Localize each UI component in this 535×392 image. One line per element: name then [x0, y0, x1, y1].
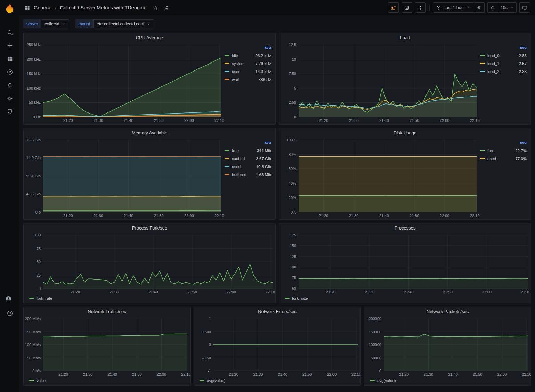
legend-series-name: user [232, 69, 240, 74]
time-range-picker[interactable]: Last 1 hour [433, 2, 474, 13]
variable-value-dropdown[interactable]: etc-collectd-collectd.conf [93, 19, 154, 28]
panel-header[interactable]: Network Errors/sec [194, 307, 360, 316]
y-axis-label: 60% [289, 167, 296, 171]
add-panel-button[interactable] [388, 2, 399, 13]
panel-header[interactable]: CPU Average [24, 33, 275, 42]
legend-series-marker [480, 150, 485, 151]
dashboard-canvas: server collectd mount etc-collectd-colle… [19, 15, 535, 392]
panel-header[interactable]: Disk Usage [279, 128, 531, 137]
legend-row-buffered[interactable]: buffered1.68 Mib [225, 170, 271, 178]
legend-series-avg-value: 14.3 kHz [256, 69, 271, 74]
x-axis-label: 21:50 [443, 290, 453, 294]
plot-area[interactable] [43, 45, 221, 117]
settings-gear-icon [418, 5, 423, 10]
legend-avg-header[interactable]: avg [480, 45, 527, 51]
breadcrumb-separator: / [55, 5, 57, 10]
y-axis-label: 1 [209, 317, 211, 321]
dashboard-title[interactable]: CollectD Server Metrics with TDengine [60, 5, 146, 10]
y-axis-label: 150 kHz [27, 72, 41, 76]
star-icon[interactable] [153, 5, 158, 10]
legend-row-used[interactable]: used10.8 Gib [225, 162, 271, 170]
legend-series-name[interactable]: value [37, 378, 46, 383]
y-axis-label: 100 [290, 265, 296, 269]
plot-area[interactable] [43, 235, 273, 289]
sidebar-item-alerting[interactable] [3, 78, 17, 92]
sidebar-item-profile[interactable] [3, 293, 17, 307]
legend-avg-header[interactable]: avg [225, 45, 271, 51]
share-icon[interactable] [163, 5, 169, 10]
grafana-logo-icon[interactable] [4, 3, 15, 14]
y-axis-label: 200 kHz [27, 57, 41, 61]
legend-row-load-0[interactable]: load_02.86 [480, 51, 527, 59]
legend-row-idle[interactable]: idle96.2 kHz [225, 51, 271, 59]
x-axis: 21:2021:3021:4021:5022:0022:10 [43, 212, 221, 218]
plot-area[interactable] [43, 140, 221, 212]
legend: avgfree344 Mibcached3.67 Gibused10.8 Gib… [221, 138, 273, 218]
legend-row-load-1[interactable]: load_12.57 [480, 59, 527, 67]
variable-server[interactable]: server collectd [23, 19, 69, 28]
sidebar-item-server-admin[interactable] [3, 105, 17, 118]
legend-series-avg-value: 22.7% [515, 149, 527, 153]
legend-series-name[interactable]: avg(value) [207, 378, 226, 383]
plot-area[interactable] [43, 319, 187, 371]
legend-avg-header[interactable]: avg [480, 140, 527, 147]
y-axis-label: 0 b [35, 210, 41, 214]
legend-row-wait[interactable]: wait386 Hz [225, 75, 271, 83]
refresh-interval-picker[interactable]: 10s [498, 2, 517, 13]
panel-header[interactable]: Process Fork/sec [24, 223, 275, 233]
legend-row-free[interactable]: free344 Mib [225, 147, 271, 155]
legend-series-name[interactable]: avg(value) [377, 378, 396, 383]
breadcrumb-section[interactable]: General [34, 5, 52, 10]
panel-memory-available: Memory Available0 b4.66 Gib9.31 Gib14.0 … [23, 128, 276, 220]
dashboard-settings-button[interactable] [415, 2, 426, 13]
plot-area[interactable] [299, 45, 477, 117]
sidebar-item-search[interactable] [3, 26, 17, 39]
x-axis-label: 21:50 [154, 118, 164, 123]
y-axis: 02.5057.501012.5 [281, 45, 299, 117]
legend-row-user[interactable]: user14.3 kHz [225, 67, 271, 75]
legend-row-load-2[interactable]: load_22.38 [480, 67, 527, 75]
x-axis-label: 21:30 [424, 372, 433, 376]
x-axis-label: 21:50 [187, 290, 197, 294]
legend-row-cached[interactable]: cached3.67 Gib [225, 155, 271, 162]
x-axis: 21:2021:3021:4021:5022:0022:10 [43, 117, 221, 123]
panel-header[interactable]: Processes [279, 223, 531, 233]
variable-mount[interactable]: mount etc-collectd-collectd.conf [75, 19, 154, 28]
legend-series-marker [29, 298, 34, 299]
panel-header[interactable]: Network Packets/sec [364, 307, 531, 316]
sidebar-item-help[interactable] [3, 307, 17, 320]
panel-header[interactable]: Network Traffic/sec [24, 307, 190, 316]
y-axis-label: 0 Hz [33, 115, 41, 119]
y-axis-label: 0 [209, 343, 211, 347]
plot-area[interactable] [213, 319, 358, 371]
x-axis-label: 21:50 [302, 372, 312, 376]
y-axis-label: 50 [37, 260, 41, 264]
panel-header[interactable]: Load [279, 33, 531, 42]
legend-row-free[interactable]: free22.7% [480, 147, 527, 155]
legend-row-used[interactable]: used77.3% [480, 155, 527, 162]
sidebar-item-create[interactable] [3, 39, 17, 52]
legend-row-system[interactable]: system7.79 kHz [225, 59, 271, 67]
panel-header[interactable]: Memory Available [24, 128, 275, 137]
save-dashboard-button[interactable] [402, 2, 412, 13]
legend-series-name[interactable]: fork_rate [292, 296, 308, 300]
variable-value-dropdown[interactable]: collectd [41, 19, 69, 28]
sidebar-item-dashboards[interactable] [3, 52, 17, 65]
plot-area[interactable] [299, 235, 528, 289]
y-axis-label: 80% [289, 152, 296, 157]
plot-area[interactable] [299, 140, 477, 212]
refresh-button[interactable] [487, 2, 498, 13]
legend-series-marker [285, 298, 290, 299]
zoom-out-button[interactable] [474, 2, 485, 13]
sidebar-item-configuration[interactable] [3, 92, 17, 105]
x-axis-label: 21:40 [379, 118, 389, 123]
y-axis: 0 Hz50 kHz100 kHz150 kHz200 kHz250 kHz [25, 45, 43, 117]
legend-series-name[interactable]: fork_rate [37, 296, 52, 300]
cycle-view-mode-button[interactable] [519, 2, 530, 13]
legend-avg-header[interactable]: avg [225, 140, 271, 147]
sidebar-item-explore[interactable] [3, 65, 17, 78]
y-axis-label: -0.50 [202, 356, 211, 360]
x-axis: 21:2021:3021:4021:5022:0022:10 [43, 371, 187, 377]
plot-area[interactable] [384, 319, 528, 371]
panel-load: Load02.5057.501012.521:2021:3021:4021:50… [279, 33, 531, 125]
